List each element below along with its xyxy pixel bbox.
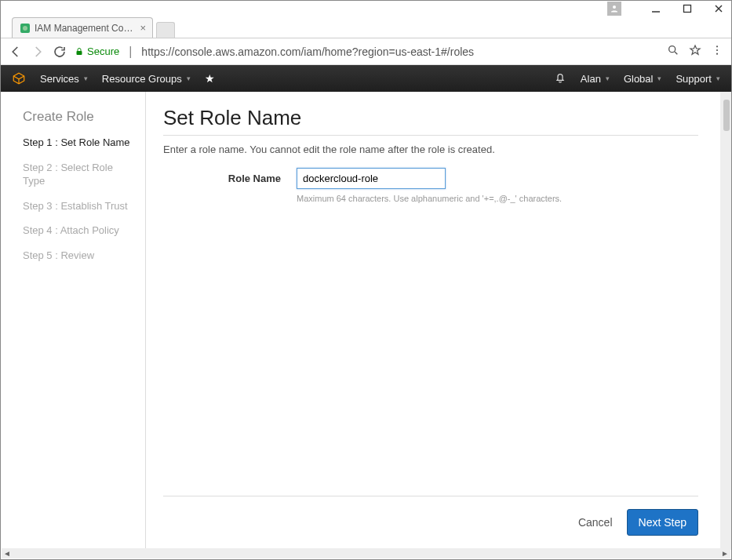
chevron-down-icon: ▾ <box>187 75 191 82</box>
role-name-hint: Maximum 64 characters. Use alphanumeric … <box>297 194 562 203</box>
sidebar-heading: Create Role <box>23 109 145 125</box>
browser-tab[interactable]: IAM Management Conso × <box>12 17 153 38</box>
scroll-thumb[interactable] <box>723 100 730 131</box>
pin-star-icon[interactable]: ★ <box>205 72 215 85</box>
svg-point-11 <box>716 53 718 54</box>
wizard-step-1[interactable]: Step 1 : Set Role Name <box>23 136 145 150</box>
scroll-right-icon[interactable]: ► <box>721 549 729 558</box>
chevron-down-icon: ▾ <box>84 75 88 82</box>
instruction-text: Enter a role name. You cannot edit the r… <box>163 144 698 155</box>
region-label: Global <box>624 73 654 85</box>
services-menu[interactable]: Services ▾ <box>40 73 88 85</box>
role-name-input[interactable] <box>297 168 446 189</box>
app-body: Create Role Step 1 : Set Role Name Step … <box>1 92 731 550</box>
svg-marker-8 <box>690 45 700 54</box>
secure-label: Secure <box>87 45 119 57</box>
region-menu[interactable]: Global ▾ <box>624 73 662 85</box>
svg-point-9 <box>716 45 718 47</box>
lock-icon <box>75 47 84 56</box>
wizard-step-2[interactable]: Step 2 : Select Role Type <box>23 161 145 188</box>
maximize-button[interactable] <box>681 2 694 15</box>
favicon-icon <box>20 24 30 33</box>
svg-rect-5 <box>77 51 82 55</box>
cancel-button[interactable]: Cancel <box>578 516 613 529</box>
bookmark-star-icon[interactable] <box>689 44 701 60</box>
security-indicator[interactable]: Secure <box>75 45 119 57</box>
wizard-step-4[interactable]: Step 4 : Attach Policy <box>23 224 145 238</box>
next-step-button[interactable]: Next Step <box>627 509 698 536</box>
url-text[interactable]: https://console.aws.amazon.com/iam/home?… <box>141 45 474 58</box>
minimize-button[interactable] <box>650 2 662 15</box>
resource-groups-label: Resource Groups <box>102 73 182 85</box>
account-label: Alan <box>581 73 601 85</box>
resource-groups-menu[interactable]: Resource Groups ▾ <box>102 73 191 85</box>
window-titlebar <box>1 1 731 16</box>
zoom-icon[interactable] <box>667 44 679 60</box>
tab-close-icon[interactable]: × <box>140 22 146 34</box>
svg-line-7 <box>675 52 677 54</box>
account-menu[interactable]: Alan ▾ <box>581 73 610 85</box>
svg-point-0 <box>613 5 616 9</box>
support-label: Support <box>676 73 712 85</box>
browser-toolbar: Secure | https://console.aws.amazon.com/… <box>1 38 731 65</box>
browser-menu-icon[interactable] <box>711 44 723 60</box>
close-window-button[interactable] <box>712 2 725 15</box>
svg-point-6 <box>669 45 676 52</box>
role-name-label: Role Name <box>163 168 281 184</box>
new-tab-button[interactable] <box>156 22 175 38</box>
svg-rect-2 <box>684 5 691 13</box>
page-title: Set Role Name <box>163 106 698 136</box>
back-button[interactable] <box>9 45 23 59</box>
wizard-step-3[interactable]: Step 3 : Establish Trust <box>23 199 145 213</box>
main-panel: Set Role Name Enter a role name. You can… <box>146 92 720 550</box>
browser-tab-strip: IAM Management Conso × <box>1 16 731 38</box>
chevron-down-icon: ▾ <box>606 75 610 82</box>
notifications-icon[interactable] <box>554 71 566 86</box>
support-menu[interactable]: Support ▾ <box>676 73 720 85</box>
svg-point-10 <box>716 49 718 50</box>
aws-logo-icon[interactable] <box>12 71 26 85</box>
horizontal-scrollbar[interactable]: ◄ ► <box>2 548 730 558</box>
role-name-row: Role Name Maximum 64 characters. Use alp… <box>163 168 698 203</box>
wizard-sidebar: Create Role Step 1 : Set Role Name Step … <box>1 92 146 550</box>
wizard-step-5[interactable]: Step 5 : Review <box>23 249 145 263</box>
chevron-down-icon: ▾ <box>657 75 661 82</box>
user-badge-icon <box>607 2 621 16</box>
aws-header: Services ▾ Resource Groups ▾ ★ Alan ▾ Gl… <box>1 65 731 92</box>
chevron-down-icon: ▾ <box>716 75 720 82</box>
vertical-scrollbar[interactable] <box>720 92 731 550</box>
reload-button[interactable] <box>53 45 67 59</box>
url-separator: | <box>129 45 132 59</box>
wizard-footer: Cancel Next Step <box>163 496 698 550</box>
tab-title: IAM Management Conso <box>35 23 135 34</box>
scroll-left-icon[interactable]: ◄ <box>3 549 11 558</box>
forward-button[interactable] <box>31 45 45 59</box>
services-label: Services <box>40 73 79 85</box>
